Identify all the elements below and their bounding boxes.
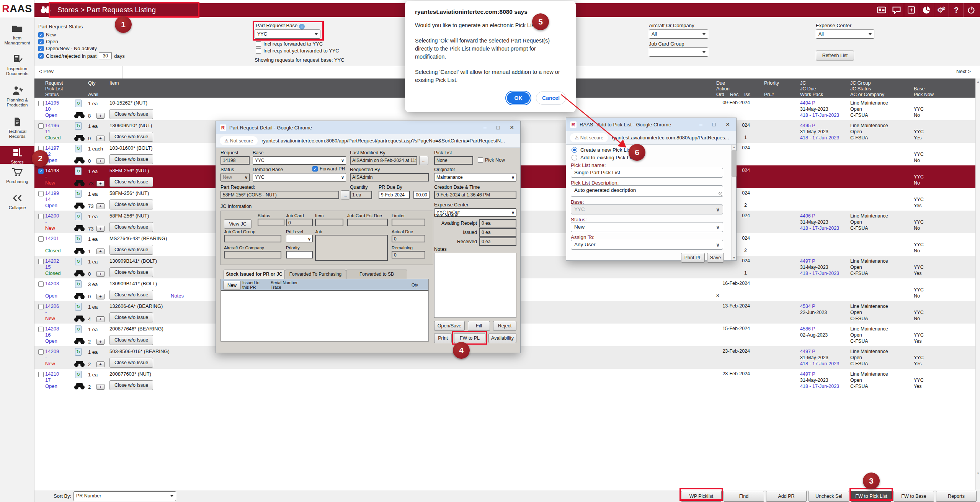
availability-refresh-icon[interactable]: ↻ [75,100,82,107]
not-secure-badge[interactable]: ⚠ Not secure [570,133,608,142]
resize-handle[interactable] [719,192,722,196]
availability-refresh-icon[interactable]: ↻ [75,235,82,243]
expand-availability-button[interactable]: + [96,158,105,164]
jc-number-link[interactable]: 4497 P [800,349,815,354]
job-card-group-select[interactable] [649,47,708,57]
status-checkbox-open[interactable]: ✓ [38,39,44,44]
scroll-up-icon[interactable]: ▲ [732,146,737,149]
fill-button[interactable]: Fill [468,321,490,331]
row-select-checkbox[interactable] [38,372,44,377]
breadcrumb[interactable]: Stores > Part Requests Listing [57,3,156,17]
scroll-up-icon[interactable]: ▲ [976,80,980,83]
include-not-forwarded-checkbox[interactable] [256,48,261,54]
view-jc-button[interactable]: View JC [224,219,252,229]
create-new-picklist-option[interactable]: Create a new Pick List [572,147,632,153]
work-pack-link[interactable]: 418 - 17-Jun-2023 [800,271,839,276]
closed-days-input[interactable]: 30 [99,52,112,59]
wp-picklist-button[interactable]: WP Picklist [681,491,722,502]
settings-gears-icon[interactable]: ⚙⚙ [934,3,949,17]
maximize-icon[interactable]: □ [712,121,715,128]
print-button[interactable]: Print [434,333,452,343]
status-checkbox-open-new-no-activity[interactable]: ✓ [38,46,44,51]
close-wo-issue-button[interactable]: Close w/o Issue [109,132,153,142]
work-pack-link[interactable]: 418 - 17-Jun-2023 [800,226,839,231]
binoculars-icon[interactable] [74,112,85,118]
availability-refresh-icon[interactable]: ↻ [75,371,82,378]
find-button[interactable]: Find [724,491,764,502]
pick-list-number[interactable]: 15 [45,264,51,270]
tab-forwarded-purchasing[interactable]: Forwarded To Purchasing [285,270,346,279]
row-select-checkbox[interactable] [38,191,44,196]
sidebar-item-collapse[interactable]: Collapse [0,193,34,210]
closed-filter-checkbox[interactable]: ✓ [38,53,44,59]
pr-number-link[interactable]: 14195 [45,100,59,106]
availability-button[interactable]: Availability [488,333,516,343]
tab-forwarded-sb[interactable]: Forwarded to SB [346,270,407,279]
availability-refresh-icon[interactable]: ↻ [75,303,82,311]
availability-refresh-icon[interactable]: ↻ [75,325,82,333]
cancel-button[interactable]: Cancel [536,92,566,105]
new-stock-button[interactable]: New [223,281,241,290]
jc-number-link[interactable]: 4534 P [800,304,815,309]
pr-number-link[interactable]: 14203 [45,281,59,286]
reports-button[interactable]: Reports [936,491,977,502]
info-icon[interactable]: i [299,24,305,29]
availability-refresh-icon[interactable]: ↻ [75,348,82,356]
binoculars-icon[interactable] [74,338,85,344]
priority-field[interactable] [286,251,313,258]
radio-icon[interactable] [572,155,577,160]
row-select-checkbox[interactable] [38,123,44,129]
expand-availability-button[interactable]: + [96,339,105,345]
close-wo-issue-button[interactable]: Close w/o Issue [109,154,153,164]
work-pack-link[interactable]: 418 - 17-Jun-2023 [800,135,839,141]
add-pr-button[interactable]: Add PR [766,491,807,502]
binoculars-icon[interactable] [74,270,85,276]
pick-list-number[interactable]: 14 [45,196,51,202]
availability-refresh-icon[interactable]: ↻ [75,213,82,220]
jc-number-link[interactable]: 4495 P [800,123,815,128]
sidebar-item-technical-records[interactable]: Technical Records [0,117,34,139]
close-icon[interactable]: ✕ [725,121,730,128]
sidebar-item-stores[interactable]: Stores [0,146,34,164]
close-icon[interactable]: ✕ [510,124,514,131]
close-wo-issue-button[interactable]: Close w/o Issue [109,199,153,209]
pr-number-link[interactable]: 14197 [45,145,59,151]
originator-select[interactable]: Maintenance [434,173,516,182]
jc-number-link[interactable]: 4496 P [800,213,815,219]
pick-list-number[interactable]: 16 [45,332,51,338]
work-pack-link[interactable]: 418 - 17-Jun-2023 [800,384,839,389]
forward-pr-checkbox[interactable]: ✓ [312,166,318,172]
row-select-checkbox[interactable] [38,146,44,151]
notes-link[interactable]: Notes [171,293,184,299]
binoculars-icon[interactable] [74,248,85,254]
availability-refresh-icon[interactable]: ↻ [75,167,82,175]
pick-list-number[interactable]: - [45,309,47,315]
picklist-description-input[interactable]: Auto generated description [571,185,723,197]
row-select-checkbox[interactable] [38,259,44,264]
id-card-icon[interactable] [874,3,889,17]
binoculars-icon[interactable] [74,293,85,299]
pick-list-number[interactable]: - [45,242,47,247]
row-select-checkbox[interactable]: ✓ [38,168,44,174]
notes-textarea[interactable] [434,253,516,318]
jc-number-link[interactable]: 4497 P [800,371,815,377]
work-pack-link[interactable]: 418 - 17-Jun-2023 [800,113,839,118]
expand-availability-button[interactable]: + [96,181,105,186]
add-existing-picklist-option[interactable]: Add to existing Pick List [572,155,635,160]
availability-refresh-icon[interactable]: ↻ [75,190,82,198]
binoculars-icon[interactable] [74,383,85,389]
expand-availability-button[interactable]: + [96,249,105,254]
refresh-list-button[interactable]: Refresh List [816,51,854,61]
pr-number-link[interactable]: 14201 [45,235,59,241]
include-forwarded-checkbox[interactable] [256,41,261,47]
expand-availability-button[interactable]: + [96,316,105,322]
expand-availability-button[interactable]: + [96,384,105,390]
pick-now-checkbox[interactable] [478,157,483,163]
fw-to-base-button[interactable]: FW to Base [893,491,934,502]
pick-list-number[interactable]: - [45,355,47,360]
pick-list-number[interactable]: 17 [45,377,51,383]
jc-number-link[interactable]: 4586 P [800,326,815,332]
close-wo-issue-button[interactable]: Close w/o Issue [109,222,153,232]
binoculars-icon[interactable] [74,316,85,322]
open-save-button[interactable]: Open/Save [434,321,465,331]
